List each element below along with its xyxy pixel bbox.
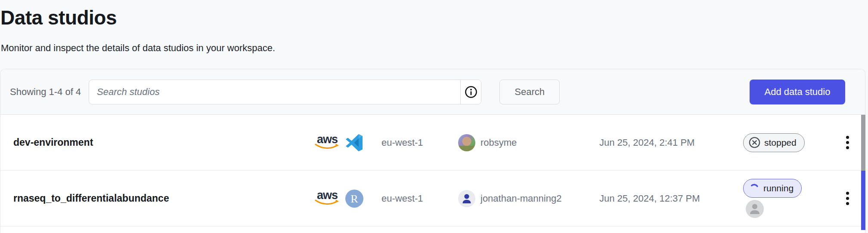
status-cell: running (743, 179, 830, 218)
aws-logo: aws (315, 191, 340, 206)
studio-name[interactable]: dev-environment (0, 137, 310, 148)
person-avatar-icon (458, 190, 475, 207)
table-row[interactable]: dev-environment aws eu-west-1 robsyme Ju… (0, 115, 865, 171)
status-badge: running (743, 179, 802, 198)
username-label: robsyme (480, 137, 517, 148)
status-label: stopped (764, 138, 797, 148)
status-cell: stopped (743, 133, 830, 152)
page-subtitle: Monitor and inspect the details of data … (1, 43, 275, 54)
studio-icons-cell: aws R (310, 189, 381, 208)
created-date: Jun 25, 2024, 2:41 PM (599, 137, 743, 148)
aws-logo: aws (315, 135, 340, 150)
status-label: running (763, 183, 794, 193)
info-circle-icon (465, 86, 477, 98)
add-data-studio-button[interactable]: Add data studio (750, 80, 845, 104)
r-logo: R (345, 189, 364, 208)
region-label: eu-west-1 (381, 193, 458, 204)
results-count: Showing 1-4 of 4 (10, 86, 81, 98)
search-input[interactable] (89, 80, 460, 104)
user-cell: robsyme (458, 134, 599, 151)
user-cell: jonathan-manning2 (458, 190, 599, 207)
studios-card: Showing 1-4 of 4 Search Add data studio … (0, 69, 865, 233)
username-label: jonathan-manning2 (480, 193, 561, 204)
scrollbar-thumb[interactable] (861, 115, 865, 171)
actions-cell (830, 132, 865, 153)
studio-icons-cell: aws (310, 133, 381, 152)
page-title: Data studios (0, 6, 117, 29)
aws-smile-icon (315, 199, 340, 206)
avatar (458, 134, 475, 151)
kebab-menu-icon[interactable] (842, 187, 853, 209)
svg-text:R: R (350, 193, 358, 205)
region-label: eu-west-1 (381, 137, 458, 148)
search-button[interactable]: Search (499, 80, 560, 104)
anonymous-avatar-icon (746, 200, 764, 218)
vscode-icon (345, 133, 364, 152)
kebab-menu-icon[interactable] (842, 132, 853, 153)
aws-smile-icon (315, 144, 340, 150)
search-info-button[interactable] (460, 80, 481, 104)
scroll-indicator[interactable] (861, 171, 865, 230)
created-date: Jun 25, 2024, 12:37 PM (599, 193, 743, 204)
spinner-icon (749, 183, 760, 194)
table-row[interactable]: rnaseq_to_differentialabundance aws R eu… (0, 171, 865, 227)
search-group (89, 80, 481, 104)
studios-toolbar: Showing 1-4 of 4 Search Add data studio (0, 69, 865, 115)
actions-cell (830, 187, 865, 209)
circle-x-icon (749, 137, 760, 148)
status-badge: stopped (743, 133, 805, 152)
studio-name[interactable]: rnaseq_to_differentialabundance (0, 193, 310, 204)
